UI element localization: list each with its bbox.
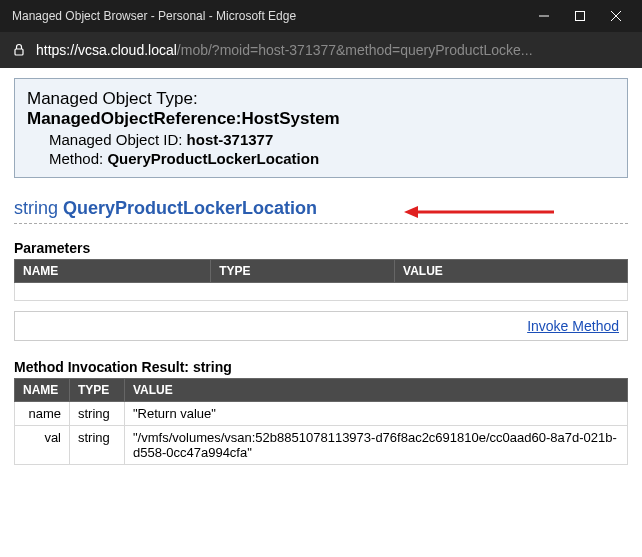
- minimize-button[interactable]: [526, 0, 562, 32]
- url-text: https://vcsa.cloud.local/mob/?moid=host-…: [36, 42, 533, 58]
- cell-type: string: [70, 402, 125, 426]
- window-title: Managed Object Browser - Personal - Micr…: [8, 9, 526, 23]
- annotation-arrow-icon: [404, 204, 554, 220]
- object-method-label: Method:: [49, 150, 103, 167]
- parameters-table: NAME TYPE VALUE: [14, 259, 628, 301]
- parameters-title: Parameters: [14, 240, 628, 256]
- table-row: val string "/vmfs/volumes/vsan:52b885107…: [15, 426, 628, 465]
- cell-value: "Return value": [125, 402, 628, 426]
- cell-name: val: [15, 426, 70, 465]
- method-name: QueryProductLockerLocation: [63, 198, 317, 218]
- method-heading: string QueryProductLockerLocation: [14, 198, 628, 224]
- page-content: Managed Object Type: ManagedObjectRefere…: [0, 68, 642, 487]
- url-path: /mob/?moid=host-371377&method=queryProdu…: [177, 42, 533, 58]
- window-titlebar: Managed Object Browser - Personal - Micr…: [0, 0, 642, 32]
- object-id-value: host-371377: [187, 131, 274, 148]
- address-bar[interactable]: https://vcsa.cloud.local/mob/?moid=host-…: [0, 32, 642, 68]
- lock-icon: [12, 43, 26, 57]
- object-method-value: QueryProductLockerLocation: [107, 150, 319, 167]
- table-row: [15, 283, 628, 301]
- invoke-box: Invoke Method: [14, 311, 628, 341]
- object-id-label: Managed Object ID:: [49, 131, 182, 148]
- object-info-box: Managed Object Type: ManagedObjectRefere…: [14, 78, 628, 178]
- result-table: NAME TYPE VALUE name string "Return valu…: [14, 378, 628, 465]
- invoke-method-link[interactable]: Invoke Method: [527, 318, 619, 334]
- svg-rect-1: [576, 12, 585, 21]
- params-header-value: VALUE: [395, 260, 628, 283]
- object-type-value: ManagedObjectReference:HostSystem: [27, 109, 615, 129]
- params-header-name: NAME: [15, 260, 211, 283]
- object-type-label: Managed Object Type:: [27, 89, 615, 109]
- cell-type: string: [70, 426, 125, 465]
- result-header-type: TYPE: [70, 379, 125, 402]
- cell-value: "/vmfs/volumes/vsan:52b8851078113973-d76…: [125, 426, 628, 465]
- maximize-button[interactable]: [562, 0, 598, 32]
- result-title: Method Invocation Result: string: [14, 359, 628, 375]
- object-method-line: Method: QueryProductLockerLocation: [49, 150, 615, 167]
- method-return-type: string: [14, 198, 58, 218]
- svg-rect-4: [15, 49, 23, 55]
- table-row: name string "Return value": [15, 402, 628, 426]
- svg-marker-6: [404, 206, 418, 218]
- result-header-name: NAME: [15, 379, 70, 402]
- result-header-value: VALUE: [125, 379, 628, 402]
- cell-name: name: [15, 402, 70, 426]
- params-header-type: TYPE: [211, 260, 395, 283]
- url-host: https://vcsa.cloud.local: [36, 42, 177, 58]
- close-button[interactable]: [598, 0, 634, 32]
- object-id-line: Managed Object ID: host-371377: [49, 131, 615, 148]
